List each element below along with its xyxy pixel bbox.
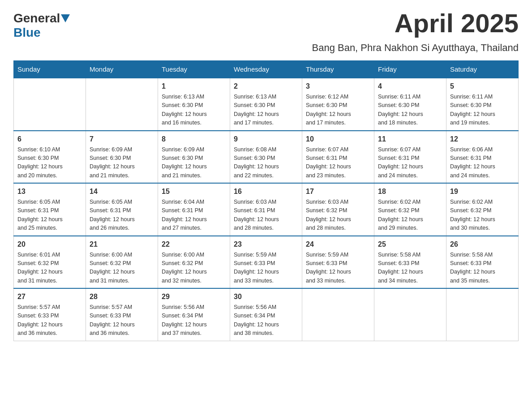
day-number: 17 (306, 186, 370, 197)
day-info: Sunrise: 6:08 AMSunset: 6:30 PMDaylight:… (234, 146, 298, 180)
calendar-header-sunday: Sunday (14, 61, 86, 78)
day-number: 5 (450, 81, 515, 92)
day-info: Sunrise: 5:56 AMSunset: 6:34 PMDaylight:… (234, 303, 298, 338)
calendar-header-row: SundayMondayTuesdayWednesdayThursdayFrid… (14, 61, 519, 78)
day-info: Sunrise: 6:07 AMSunset: 6:31 PMDaylight:… (306, 146, 370, 180)
calendar-cell: 18Sunrise: 6:02 AMSunset: 6:32 PMDayligh… (374, 183, 446, 236)
calendar-cell: 21Sunrise: 6:00 AMSunset: 6:32 PMDayligh… (86, 236, 158, 289)
day-number: 12 (450, 134, 515, 145)
day-info: Sunrise: 6:05 AMSunset: 6:31 PMDaylight:… (90, 198, 154, 233)
day-number: 16 (234, 186, 298, 197)
day-number: 22 (162, 239, 226, 250)
day-number: 3 (306, 81, 370, 92)
calendar-cell: 28Sunrise: 5:57 AMSunset: 6:33 PMDayligh… (86, 288, 158, 341)
calendar-header-saturday: Saturday (446, 61, 519, 78)
day-number: 4 (378, 81, 442, 92)
calendar-cell: 12Sunrise: 6:06 AMSunset: 6:31 PMDayligh… (446, 131, 519, 184)
day-info: Sunrise: 6:11 AMSunset: 6:30 PMDaylight:… (450, 93, 515, 128)
calendar-cell: 16Sunrise: 6:03 AMSunset: 6:31 PMDayligh… (230, 183, 302, 236)
calendar-cell: 24Sunrise: 5:59 AMSunset: 6:33 PMDayligh… (302, 236, 374, 289)
title-block: April 2025 (395, 9, 519, 38)
day-number: 29 (162, 291, 226, 302)
calendar-cell: 7Sunrise: 6:09 AMSunset: 6:30 PMDaylight… (86, 131, 158, 184)
calendar-cell: 29Sunrise: 5:56 AMSunset: 6:34 PMDayligh… (158, 288, 230, 341)
calendar-week-row: 1Sunrise: 6:13 AMSunset: 6:30 PMDaylight… (14, 78, 519, 131)
day-number: 23 (234, 239, 298, 250)
calendar-week-row: 20Sunrise: 6:01 AMSunset: 6:32 PMDayligh… (14, 236, 519, 289)
day-info: Sunrise: 5:59 AMSunset: 6:33 PMDaylight:… (234, 251, 298, 286)
calendar-cell: 10Sunrise: 6:07 AMSunset: 6:31 PMDayligh… (302, 131, 374, 184)
calendar-cell: 26Sunrise: 5:58 AMSunset: 6:33 PMDayligh… (446, 236, 519, 289)
calendar-week-row: 6Sunrise: 6:10 AMSunset: 6:30 PMDaylight… (14, 131, 519, 184)
calendar-cell: 2Sunrise: 6:13 AMSunset: 6:30 PMDaylight… (230, 78, 302, 131)
calendar-cell: 5Sunrise: 6:11 AMSunset: 6:30 PMDaylight… (446, 78, 519, 131)
day-number: 10 (306, 134, 370, 145)
day-number: 9 (234, 134, 298, 145)
calendar-cell: 8Sunrise: 6:09 AMSunset: 6:30 PMDaylight… (158, 131, 230, 184)
logo-blue-text: Blue (13, 26, 41, 39)
day-info: Sunrise: 6:07 AMSunset: 6:31 PMDaylight:… (378, 146, 442, 180)
calendar-table: SundayMondayTuesdayWednesdayThursdayFrid… (13, 60, 519, 341)
day-number: 27 (17, 291, 82, 302)
calendar-cell (374, 288, 446, 341)
calendar-cell (14, 78, 86, 131)
day-info: Sunrise: 5:58 AMSunset: 6:33 PMDaylight:… (378, 251, 442, 286)
day-info: Sunrise: 5:58 AMSunset: 6:33 PMDaylight:… (450, 251, 515, 286)
calendar-cell (446, 288, 519, 341)
calendar-header-monday: Monday (86, 61, 158, 78)
day-number: 13 (17, 186, 82, 197)
logo: General Blue (13, 9, 71, 40)
day-number: 6 (17, 134, 82, 145)
day-info: Sunrise: 6:02 AMSunset: 6:32 PMDaylight:… (450, 198, 515, 233)
calendar-cell: 6Sunrise: 6:10 AMSunset: 6:30 PMDaylight… (14, 131, 86, 184)
day-number: 21 (90, 239, 154, 250)
calendar-cell: 15Sunrise: 6:04 AMSunset: 6:31 PMDayligh… (158, 183, 230, 236)
calendar-cell: 27Sunrise: 5:57 AMSunset: 6:33 PMDayligh… (14, 288, 86, 341)
day-info: Sunrise: 5:56 AMSunset: 6:34 PMDaylight:… (162, 303, 226, 338)
day-number: 28 (90, 291, 154, 302)
calendar-header-friday: Friday (374, 61, 446, 78)
calendar-header-tuesday: Tuesday (158, 61, 230, 78)
calendar-cell (86, 78, 158, 131)
calendar-cell: 3Sunrise: 6:12 AMSunset: 6:30 PMDaylight… (302, 78, 374, 131)
calendar-cell: 22Sunrise: 6:00 AMSunset: 6:32 PMDayligh… (158, 236, 230, 289)
day-info: Sunrise: 6:09 AMSunset: 6:30 PMDaylight:… (162, 146, 226, 180)
day-number: 14 (90, 186, 154, 197)
day-info: Sunrise: 6:10 AMSunset: 6:30 PMDaylight:… (17, 146, 82, 180)
logo-triangle-icon (61, 14, 70, 22)
day-info: Sunrise: 6:11 AMSunset: 6:30 PMDaylight:… (378, 93, 442, 128)
day-number: 8 (162, 134, 226, 145)
month-title: April 2025 (395, 9, 519, 38)
day-info: Sunrise: 5:57 AMSunset: 6:33 PMDaylight:… (17, 303, 82, 338)
day-info: Sunrise: 6:03 AMSunset: 6:32 PMDaylight:… (306, 198, 370, 233)
logo-general-text: General (13, 11, 60, 26)
calendar-week-row: 27Sunrise: 5:57 AMSunset: 6:33 PMDayligh… (14, 288, 519, 341)
day-info: Sunrise: 6:01 AMSunset: 6:32 PMDaylight:… (17, 251, 82, 286)
calendar-cell: 13Sunrise: 6:05 AMSunset: 6:31 PMDayligh… (14, 183, 86, 236)
day-info: Sunrise: 6:05 AMSunset: 6:31 PMDaylight:… (17, 198, 82, 233)
calendar-cell: 25Sunrise: 5:58 AMSunset: 6:33 PMDayligh… (374, 236, 446, 289)
day-number: 15 (162, 186, 226, 197)
day-info: Sunrise: 6:13 AMSunset: 6:30 PMDaylight:… (234, 93, 298, 128)
calendar-cell: 4Sunrise: 6:11 AMSunset: 6:30 PMDaylight… (374, 78, 446, 131)
calendar-cell: 14Sunrise: 6:05 AMSunset: 6:31 PMDayligh… (86, 183, 158, 236)
day-number: 18 (378, 186, 442, 197)
day-info: Sunrise: 6:00 AMSunset: 6:32 PMDaylight:… (162, 251, 226, 286)
day-info: Sunrise: 6:12 AMSunset: 6:30 PMDaylight:… (306, 93, 370, 128)
location-title: Bang Ban, Phra Nakhon Si Ayutthaya, Thai… (13, 42, 519, 54)
day-info: Sunrise: 6:06 AMSunset: 6:31 PMDaylight:… (450, 146, 515, 180)
calendar-cell (302, 288, 374, 341)
calendar-cell: 23Sunrise: 5:59 AMSunset: 6:33 PMDayligh… (230, 236, 302, 289)
day-info: Sunrise: 5:57 AMSunset: 6:33 PMDaylight:… (90, 303, 154, 338)
day-info: Sunrise: 6:04 AMSunset: 6:31 PMDaylight:… (162, 198, 226, 233)
day-number: 11 (378, 134, 442, 145)
day-info: Sunrise: 6:03 AMSunset: 6:31 PMDaylight:… (234, 198, 298, 233)
calendar-header-thursday: Thursday (302, 61, 374, 78)
day-info: Sunrise: 5:59 AMSunset: 6:33 PMDaylight:… (306, 251, 370, 286)
calendar-cell: 30Sunrise: 5:56 AMSunset: 6:34 PMDayligh… (230, 288, 302, 341)
day-number: 24 (306, 239, 370, 250)
calendar-week-row: 13Sunrise: 6:05 AMSunset: 6:31 PMDayligh… (14, 183, 519, 236)
day-number: 20 (17, 239, 82, 250)
calendar-header-wednesday: Wednesday (230, 61, 302, 78)
day-number: 1 (162, 81, 226, 92)
